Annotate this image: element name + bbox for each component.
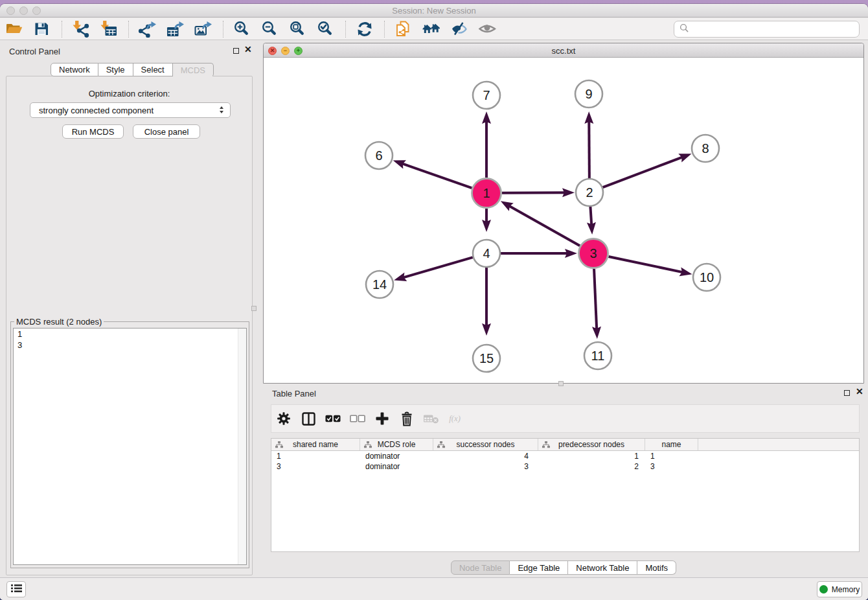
toolbar-separator — [128, 21, 129, 38]
export-network-icon[interactable] — [138, 19, 157, 39]
fx-icon: f(x) — [448, 411, 464, 426]
hierarchy-icon — [437, 441, 445, 450]
memory-status-icon — [819, 585, 828, 594]
table-toolbar: f(x) — [271, 404, 860, 433]
tab-network-table[interactable]: Network Table — [568, 560, 637, 575]
search-box[interactable] — [674, 21, 860, 38]
export-table-icon[interactable] — [166, 19, 185, 39]
select-all-icon[interactable] — [325, 411, 341, 426]
column-header-predecessor-nodes[interactable]: predecessor nodes — [538, 439, 645, 450]
table-panel-title: Table Panel — [272, 389, 316, 398]
graph-node-label: 7 — [483, 88, 490, 102]
edge-1-2[interactable] — [502, 192, 565, 193]
delete-table-icon — [424, 411, 439, 426]
open-icon[interactable] — [5, 19, 24, 39]
edge-1-6[interactable] — [402, 163, 472, 188]
tab-node-table[interactable]: Node Table — [451, 560, 510, 575]
mcds-panel: Optimization criterion: strongly connect… — [6, 76, 253, 575]
import-table-icon[interactable] — [99, 19, 119, 39]
mcds-result-list[interactable]: 13 — [13, 328, 247, 565]
window-title: Session: New Session — [0, 6, 868, 16]
task-list-icon — [11, 584, 22, 595]
close-panel-button-2[interactable]: Close panel — [133, 124, 200, 139]
toolbar-separator — [345, 21, 346, 38]
tab-motifs[interactable]: Motifs — [637, 560, 676, 575]
optimization-label: Optimization criterion: — [6, 89, 252, 98]
hierarchy-icon — [364, 441, 372, 450]
tab-select[interactable]: Select — [133, 63, 173, 76]
graph-node-label: 8 — [702, 141, 709, 156]
graph-node-label: 6 — [375, 148, 382, 163]
zoom-out-icon[interactable] — [260, 19, 280, 39]
app-titlebar: Session: New Session — [0, 4, 868, 17]
edge-2-8[interactable] — [603, 157, 683, 187]
column-header-successor-nodes[interactable]: successor nodes — [433, 439, 538, 450]
run-mcds-button[interactable]: Run MCDS — [62, 124, 124, 139]
node-table[interactable]: shared nameMCDS rolesuccessor nodesprede… — [271, 438, 860, 552]
result-scrollbar[interactable] — [238, 329, 246, 564]
graph-node-label: 15 — [479, 351, 494, 365]
deselect-all-icon[interactable] — [350, 411, 365, 426]
zoom-selected-icon[interactable] — [316, 19, 336, 39]
table-cell: 3 — [433, 461, 538, 472]
table-cell: 1 — [645, 451, 698, 461]
toolbar-separator — [223, 21, 223, 38]
table-cell: 1 — [271, 451, 360, 461]
table-cell: 3 — [645, 461, 698, 472]
network-window-titlebar: ✕ − + scc.txt — [264, 43, 863, 58]
memory-button[interactable]: Memory — [817, 581, 862, 597]
tab-network[interactable]: Network — [51, 63, 98, 76]
close-table-panel-button[interactable]: ✕ — [856, 387, 863, 395]
table-row[interactable]: 1dominator411 — [271, 451, 859, 461]
result-line: 3 — [14, 340, 246, 351]
tab-style[interactable]: Style — [98, 63, 133, 76]
tab-edge-table[interactable]: Edge Table — [510, 560, 568, 575]
zoom-in-icon[interactable] — [233, 19, 252, 39]
mcds-result-title: MCDS result (2 nodes) — [14, 317, 104, 327]
graph-node-label: 1 — [483, 186, 490, 200]
result-line: 1 — [14, 329, 246, 340]
show-icon[interactable] — [477, 19, 497, 39]
float-table-panel-button[interactable] — [844, 389, 850, 397]
edge-2-3[interactable] — [590, 207, 591, 225]
add-icon[interactable] — [374, 411, 390, 426]
task-history-button[interactable] — [6, 581, 26, 597]
column-header-shared-name[interactable]: shared name — [271, 439, 360, 450]
home-icon[interactable] — [422, 19, 441, 39]
search-icon — [680, 23, 689, 35]
graph-node-label: 11 — [591, 349, 605, 363]
table-row[interactable]: 3dominator323 — [271, 461, 859, 472]
memory-label: Memory — [832, 585, 860, 594]
refresh-icon[interactable] — [355, 19, 374, 39]
export-image-icon[interactable] — [194, 19, 213, 39]
vertical-splitter-grip[interactable] — [251, 306, 257, 311]
toolbar-separator — [384, 21, 385, 38]
delete-icon[interactable] — [399, 411, 415, 426]
edge-3-1[interactable] — [508, 205, 580, 246]
graph-node-label: 14 — [372, 277, 387, 292]
optimization-dropdown[interactable]: strongly connected component — [30, 102, 231, 118]
status-bar: Memory — [0, 577, 868, 600]
split-view-icon[interactable] — [301, 411, 316, 426]
zoom-fit-icon[interactable] — [288, 19, 308, 39]
clone-network-icon[interactable] — [394, 19, 413, 39]
search-input[interactable] — [692, 25, 859, 34]
import-network-icon[interactable] — [71, 19, 91, 39]
table-cell: 1 — [538, 451, 645, 461]
dropdown-value: strongly connected component — [39, 106, 154, 115]
edge-4-14[interactable] — [403, 257, 473, 278]
column-header-name[interactable]: name — [645, 439, 698, 450]
tab-mcds[interactable]: MCDS — [173, 63, 214, 77]
hide-icon[interactable] — [450, 19, 469, 39]
gear-icon[interactable] — [276, 411, 291, 426]
float-panel-button[interactable] — [233, 47, 239, 55]
edge-3-10[interactable] — [608, 257, 683, 272]
network-canvas[interactable]: 7968124314101511 — [264, 58, 863, 383]
close-panel-button[interactable]: ✕ — [244, 45, 252, 53]
edge-2-9[interactable] — [589, 121, 589, 178]
table-cell: dominator — [360, 451, 433, 461]
control-panel-title: Control Panel — [9, 47, 60, 56]
edge-3-11[interactable] — [594, 269, 597, 330]
save-icon[interactable] — [32, 19, 52, 39]
column-header-MCDS-role[interactable]: MCDS role — [360, 439, 433, 450]
